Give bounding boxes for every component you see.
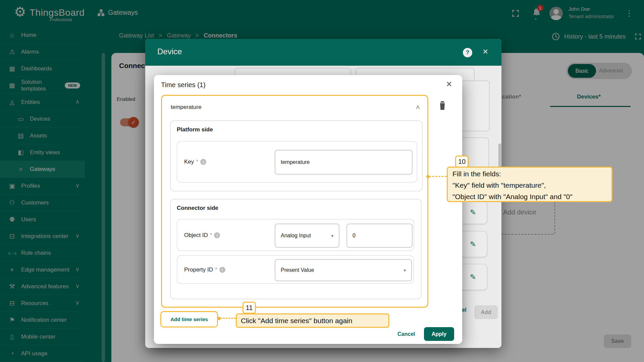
dropdown-arrow-icon: ▾ <box>404 268 406 273</box>
property-id-select[interactable]: Present Value ▾ <box>275 259 412 281</box>
key-label: Key * i <box>184 159 206 165</box>
step-10-badge: 10 <box>455 156 469 168</box>
object-id-label: Object ID * i <box>184 232 220 239</box>
dialog-title: Time series (1) <box>161 81 206 89</box>
info-icon[interactable]: i <box>200 159 206 165</box>
connector-line-step11 <box>220 318 236 319</box>
collapse-chevron-icon[interactable]: ᐱ <box>416 105 420 110</box>
info-icon[interactable]: i <box>214 232 220 238</box>
step-11-badge: 11 <box>243 302 256 314</box>
key-label-text: Key <box>184 159 194 165</box>
property-id-label: Property ID * i <box>184 266 225 273</box>
time-series-key-name: temperature <box>171 104 202 111</box>
property-id-value: Present Value <box>281 267 314 273</box>
connector-side-section: Connector side Object ID * i Analog Inpu… <box>170 199 422 299</box>
key-input-value: temperature <box>281 159 310 165</box>
add-time-series-button[interactable]: Add time series <box>170 316 208 322</box>
object-id-number-value: 0 <box>353 233 356 239</box>
step-10-line-3: "Object ID" with "Analog Input" and "0" <box>452 191 607 202</box>
dialog-apply-button[interactable]: Apply <box>424 327 454 341</box>
object-type-value: Analog Input <box>281 233 311 239</box>
object-id-label-text: Object ID <box>184 232 208 239</box>
step-10-line-1: Fill in the fields: <box>452 168 607 180</box>
step-10-line-2: "Key" field with "temperature", <box>452 180 607 191</box>
connector-line-step10 <box>429 176 447 177</box>
time-series-expansion-panel: temperature ᐱ Platform side Key * i temp… <box>161 95 428 308</box>
property-id-label-text: Property ID <box>184 266 213 273</box>
step-10-callout: Fill in the fields: "Key" field with "te… <box>447 167 612 202</box>
connector-side-title: Connector side <box>177 205 218 212</box>
required-asterisk: * <box>196 159 198 165</box>
step-11-text: Click "Add time series" button again <box>241 315 352 326</box>
add-time-series-highlight: Add time series <box>160 311 218 327</box>
close-icon[interactable]: × <box>446 79 452 89</box>
key-input[interactable]: temperature <box>275 150 413 175</box>
info-icon[interactable]: i <box>219 267 225 273</box>
step-11-callout: Click "Add time series" button again <box>236 313 389 328</box>
required-asterisk: * <box>210 232 212 239</box>
app-root: ⚙ ThingsBoard Professional Gateways 1 ▾ … <box>0 0 644 362</box>
object-id-row: Object ID * i Analog Input ▾ 0 <box>177 219 414 251</box>
dropdown-arrow-icon: ▾ <box>331 233 333 238</box>
required-asterisk: * <box>215 266 217 273</box>
object-id-number-input[interactable]: 0 <box>346 224 413 248</box>
time-series-dialog: Time series (1) × temperature ᐱ Platform… <box>154 75 462 344</box>
key-field-row: Key * i temperature <box>177 141 417 183</box>
object-type-select[interactable]: Analog Input ▾ <box>275 224 339 248</box>
dialog-cancel-button[interactable]: Cancel <box>397 331 415 337</box>
platform-side-section: Platform side Key * i temperature <box>170 120 423 191</box>
platform-side-title: Platform side <box>177 126 213 133</box>
delete-time-series-icon[interactable] <box>438 101 447 111</box>
property-id-row: Property ID * i Present Value ▾ <box>177 255 414 284</box>
